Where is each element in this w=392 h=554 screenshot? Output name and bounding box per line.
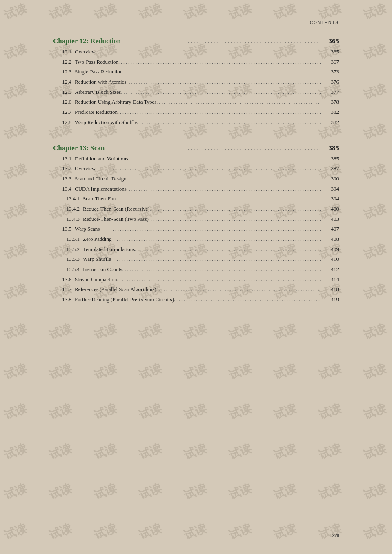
toc-entry-1-13: 13.7References (Parallel Scan Algorithms…	[53, 285, 339, 295]
toc-entry-0-4: 12.5Arbitrary Block Sizes . . . . . . . …	[53, 87, 339, 98]
section-dots-1-6: Reduce-Then-Scan (Two Pass) . . . . . . …	[83, 214, 321, 225]
chapter-dots-0: . . . . . . . . . . . . . . . . . . . . …	[188, 38, 320, 45]
watermark-cell: 试读	[182, 361, 209, 383]
section-page-1-12: 414	[323, 275, 339, 285]
section-dots-1-2: Scan and Circuit Design . . . . . . . . …	[75, 174, 321, 184]
chapter-spacer	[53, 136, 339, 144]
section-num-0-2: 12.3	[53, 67, 71, 77]
watermark-cell: 试读	[2, 521, 29, 543]
section-dots-1-9: Templated Formulations . . . . . . . . .…	[83, 245, 321, 255]
section-num-0-4: 12.5	[53, 87, 71, 98]
page-header: CONTENTS	[53, 20, 339, 25]
section-num-0-5: 12.6	[53, 97, 71, 107]
page-content: CONTENTS Chapter 12: Reduction . . . . .…	[53, 0, 339, 346]
section-num-1-10: 13.5.3	[61, 254, 80, 265]
section-num-0-0: 12.1	[53, 47, 71, 57]
section-title-0-0: Overview	[75, 47, 113, 57]
watermark-cell: 试读	[47, 521, 74, 543]
section-num-1-14: 13.8	[53, 295, 71, 305]
toc-entry-1-14: 13.8Further Reading (Parallel Prefix Sum…	[53, 295, 339, 305]
toc-entry-0-2: 12.3Single-Pass Reduction . . . . . . . …	[53, 67, 339, 77]
watermark-cell: 试读	[2, 201, 29, 223]
section-dots-0-4: Arbitrary Block Sizes . . . . . . . . . …	[75, 87, 321, 98]
watermark-cell: 试读	[182, 441, 209, 463]
watermark-cell: 试读	[361, 241, 388, 263]
dot-text: . . . . . . . . . . . . . . . . . . . . …	[127, 174, 151, 184]
section-page-0-5: 378	[323, 97, 339, 107]
toc-entry-0-6: 12.7Predicate Reduction . . . . . . . . …	[53, 107, 339, 118]
watermark-cell: 试读	[361, 321, 388, 343]
section-num-0-6: 12.7	[53, 107, 71, 118]
section-title-1-6: Reduce-Then-Scan (Two Pass)	[83, 214, 149, 225]
watermark-cell: 试读	[227, 481, 254, 503]
toc-container: Chapter 12: Reduction . . . . . . . . . …	[53, 37, 339, 305]
section-dots-0-7: Warp Reduction with Shuffle . . . . . . …	[75, 118, 321, 128]
watermark-cell: 试读	[2, 361, 29, 383]
toc-entry-1-11: 13.5.4Instruction Counts . . . . . . . .…	[53, 265, 339, 275]
watermark-cell: 试读	[137, 481, 164, 503]
section-dots-0-0: Overview . . . . . . . . . . . . . . . .…	[75, 47, 321, 57]
section-num-1-1: 13.2	[53, 164, 71, 174]
toc-entry-1-8: 13.5.1Zero Padding . . . . . . . . . . .…	[53, 234, 339, 245]
watermark-cell: 试读	[316, 361, 343, 383]
toc-entry-1-1: 13.2Overview . . . . . . . . . . . . . .…	[53, 164, 339, 174]
dot-text: . . . . . . . . . . . . . . . . . . . . …	[137, 118, 151, 127]
section-title-0-1: Two-Pass Reduction	[75, 57, 118, 67]
watermark-cell: 试读	[272, 401, 298, 423]
chapter-block-0: Chapter 12: Reduction . . . . . . . . . …	[53, 37, 339, 128]
section-title-1-13: References (Parallel Scan Algorithms)	[75, 285, 156, 295]
section-title-1-1: Overview	[75, 164, 113, 174]
watermark-cell: 试读	[2, 81, 29, 103]
toc-entry-1-6: 13.4.3Reduce-Then-Scan (Two Pass) . . . …	[53, 214, 339, 225]
watermark-cell: 试读	[272, 481, 298, 503]
watermark-cell: 试读	[47, 441, 74, 463]
watermark-cell: 试读	[316, 521, 343, 543]
watermark-cell: 试读	[227, 361, 254, 383]
watermark-cell: 试读	[272, 521, 298, 543]
section-title-1-8: Zero Padding	[83, 234, 117, 245]
toc-entry-0-1: 12.2Two-Pass Reduction . . . . . . . . .…	[53, 57, 339, 67]
watermark-cell: 试读	[182, 401, 209, 423]
section-page-1-13: 418	[323, 285, 339, 295]
watermark-cell: 试读	[137, 361, 164, 383]
section-dots-0-1: Two-Pass Reduction . . . . . . . . . . .…	[75, 57, 321, 67]
toc-entry-1-4: 13.4.1Scan-Then-Fan . . . . . . . . . . …	[53, 194, 339, 204]
watermark-cell: 试读	[272, 361, 298, 383]
section-title-0-4: Arbitrary Block Sizes	[75, 87, 121, 98]
chapter-label-1: Chapter 13: Scan	[53, 144, 185, 152]
section-title-1-11: Instruction Counts	[83, 265, 122, 275]
watermark-cell: 试读	[316, 401, 343, 423]
section-page-1-9: 409	[323, 245, 339, 255]
section-dots-1-3: CUDA Implementations . . . . . . . . . .…	[75, 184, 321, 194]
chapter-block-1: Chapter 13: Scan . . . . . . . . . . . .…	[53, 144, 339, 305]
dot-text: . . . . . . . . . . . . . . . . . . . . …	[150, 205, 151, 214]
dot-text: . . . . . . . . . . . . . . . . . . . . …	[118, 58, 151, 67]
toc-entry-1-10: 13.5.3Warp Shuffle . . . . . . . . . . .…	[53, 254, 339, 265]
watermark-cell: 试读	[47, 361, 74, 383]
watermark-cell: 试读	[316, 481, 343, 503]
watermark-cell: 试读	[227, 441, 254, 463]
watermark-cell: 试读	[2, 121, 29, 143]
section-title-0-5: Reduction Using Arbitrary Data Types	[75, 97, 156, 107]
watermark-cell: 试读	[227, 401, 254, 423]
watermark-cell: 试读	[2, 481, 29, 503]
chapter-row-0: Chapter 12: Reduction . . . . . . . . . …	[53, 37, 339, 45]
section-num-1-5: 13.4.2	[61, 204, 80, 214]
dot-text: . . . . . . . . . . . . . . . . . . . . …	[117, 275, 151, 285]
watermark-cell: 试读	[47, 401, 74, 423]
section-title-1-5: Reduce-Then-Scan (Recursive)	[83, 204, 150, 214]
toc-entry-0-5: 12.6Reduction Using Arbitrary Data Types…	[53, 97, 339, 107]
page-footer: xvii	[332, 533, 339, 538]
section-num-1-4: 13.4.1	[61, 194, 80, 204]
watermark-cell: 试读	[2, 1, 29, 23]
dot-text: . . . . . . . . . . . . . . . . . . . . …	[113, 164, 151, 174]
watermark-cell: 试读	[361, 281, 388, 303]
section-title-1-12: Stream Compaction	[75, 275, 117, 285]
watermark-cell: 试读	[137, 441, 164, 463]
section-page-1-7: 407	[323, 224, 339, 234]
watermark-cell: 试读	[361, 521, 388, 543]
watermark-cell: 试读	[2, 161, 29, 183]
toc-entry-1-2: 13.3Scan and Circuit Design . . . . . . …	[53, 174, 339, 184]
section-title-0-6: Predicate Reduction	[75, 107, 118, 118]
section-page-1-14: 419	[323, 295, 339, 305]
